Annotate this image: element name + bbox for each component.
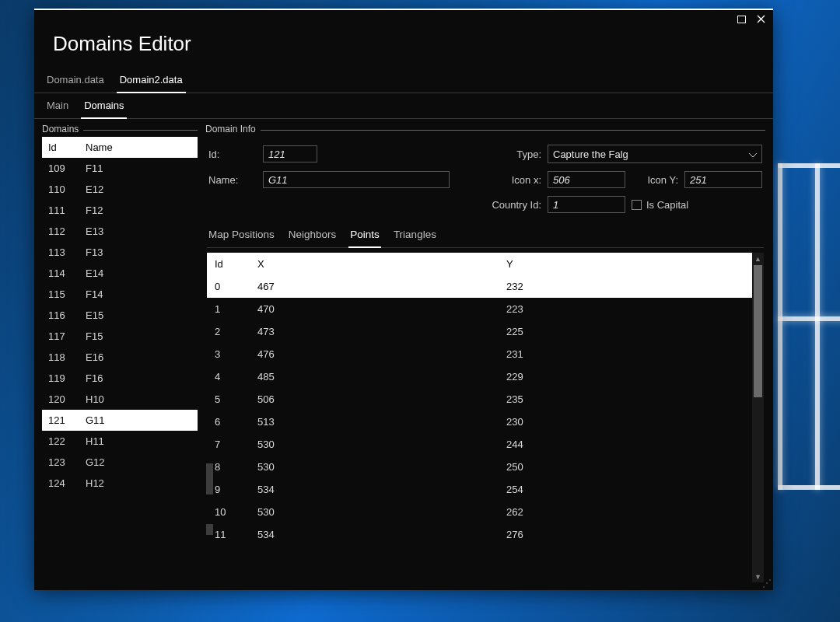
list-item[interactable]: 119F16: [42, 368, 198, 389]
resize-grip-icon[interactable]: ⋰: [762, 578, 770, 589]
list-item[interactable]: 115F14: [42, 284, 198, 305]
type-select-value: Capture the Falg: [553, 149, 628, 160]
list-item[interactable]: 123G12: [42, 452, 198, 473]
list-item[interactable]: 111F12: [42, 200, 198, 221]
list-item[interactable]: 120H10: [42, 389, 198, 410]
app-title: Domains Editor: [53, 32, 191, 56]
table-row[interactable]: 9534254: [207, 478, 752, 501]
page-tabs: MainDomains: [34, 93, 773, 119]
file-tabs: Domain.dataDomain2.data: [34, 69, 773, 93]
name-field[interactable]: [263, 171, 450, 188]
sub-tabs: Map PositionsNeighborsPointsTriangles: [207, 222, 764, 248]
table-row[interactable]: 5506235: [207, 388, 752, 411]
file-tab[interactable]: Domain2.data: [117, 69, 186, 93]
label-country: Country Id:: [479, 199, 541, 211]
type-select[interactable]: Capture the Falg: [548, 145, 762, 163]
list-item[interactable]: 118E16: [42, 347, 198, 368]
list-item[interactable]: 116E15: [42, 305, 198, 326]
col-pid: Id: [215, 258, 257, 270]
label-type: Type:: [479, 149, 541, 160]
list-item[interactable]: 112E13: [42, 221, 198, 242]
table-row[interactable]: 1470223: [207, 298, 752, 320]
points-header: Id X Y: [207, 253, 752, 275]
list-item[interactable]: 110E12: [42, 179, 198, 200]
domains-group-label: Domains: [42, 124, 83, 135]
iscapital-checkbox[interactable]: Is Capital: [632, 199, 762, 211]
list-item[interactable]: 122H11: [42, 431, 198, 452]
table-row[interactable]: 8530250: [207, 456, 752, 478]
table-row[interactable]: 6513230: [207, 411, 752, 433]
table-row[interactable]: 7530244: [207, 433, 752, 456]
svg-rect-0: [738, 16, 746, 23]
table-row[interactable]: 4485229: [207, 365, 752, 388]
table-row[interactable]: 3476231: [207, 343, 752, 365]
points-scroll-thumb[interactable]: [754, 265, 762, 397]
list-item[interactable]: 121G11: [42, 410, 198, 431]
table-row[interactable]: 11534276: [207, 523, 752, 546]
col-py: Y: [506, 258, 744, 270]
label-name: Name:: [208, 174, 257, 186]
country-field[interactable]: [548, 196, 625, 213]
label-iconx: Icon x:: [479, 174, 541, 186]
sub-tab[interactable]: Triangles: [392, 222, 438, 247]
points-scrollbar[interactable]: ▲ ▼: [752, 253, 764, 582]
domains-group: Domains Id Name 109F11110E12111F12112E13…: [42, 130, 198, 535]
chevron-down-icon: [749, 149, 757, 160]
table-row[interactable]: 2473225: [207, 320, 752, 343]
page-tab[interactable]: Main: [44, 93, 72, 118]
close-button[interactable]: [757, 15, 765, 26]
sub-tab[interactable]: Map Positions: [207, 222, 276, 247]
icony-field[interactable]: [684, 171, 762, 188]
maximize-button[interactable]: [737, 15, 746, 26]
sub-tab[interactable]: Neighbors: [287, 222, 338, 247]
col-id: Id: [48, 142, 86, 153]
list-item[interactable]: 114E14: [42, 263, 198, 284]
domain-info-label: Domain Info: [205, 124, 261, 135]
col-name: Name: [86, 142, 191, 153]
file-tab[interactable]: Domain.data: [44, 69, 107, 93]
checkbox-icon: [632, 200, 642, 210]
list-item[interactable]: 124H12: [42, 473, 198, 494]
list-item[interactable]: 109F11: [42, 158, 198, 179]
col-px: X: [257, 258, 506, 270]
label-id: Id:: [208, 149, 257, 160]
table-row[interactable]: 0467232: [207, 275, 752, 298]
points-table[interactable]: Id X Y 046723214702232473225347623144852…: [207, 253, 764, 582]
domain-info-group: Domain Info Id: Type: Capture the Falg N…: [205, 130, 765, 219]
scroll-up-icon[interactable]: ▲: [752, 253, 764, 264]
sub-tab[interactable]: Points: [348, 222, 381, 248]
list-item[interactable]: 117F15: [42, 326, 198, 347]
iconx-field[interactable]: [548, 171, 625, 188]
label-icony: Icon Y:: [632, 174, 678, 186]
domains-list[interactable]: Id Name 109F11110E12111F12112E13113F1311…: [42, 137, 198, 535]
domains-list-header: Id Name: [42, 137, 198, 158]
table-row[interactable]: 10530262: [207, 501, 752, 523]
list-item[interactable]: 113F13: [42, 242, 198, 263]
id-field[interactable]: [263, 145, 317, 162]
page-tab[interactable]: Domains: [81, 93, 127, 119]
iscapital-label: Is Capital: [646, 199, 688, 211]
app-window: Domains Editor Domain.dataDomain2.data M…: [34, 9, 773, 590]
